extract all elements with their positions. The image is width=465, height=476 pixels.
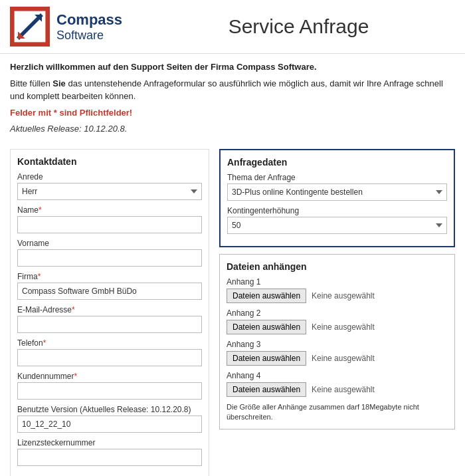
vorname-group: Vorname <box>17 239 202 267</box>
dateien-box: Dateien anhängen Anhang 1 Dateien auswäh… <box>219 254 455 430</box>
anhang-1-input-row: Dateien auswählen Keine ausgewählt <box>227 289 448 303</box>
telefon-group: Telefon* <box>17 338 202 366</box>
welcome-strong: Herzlich willkommen auf den Support Seit… <box>10 62 317 72</box>
firma-group: Firma* <box>17 272 202 300</box>
anhang-2-none: Keine ausgewählt <box>312 322 375 332</box>
kontingent-label: Kontingenterhöhung <box>227 206 447 215</box>
release-text: Aktuelles Release: 10.12.20.8. <box>10 122 455 136</box>
header: Compass Software Service Anfrage <box>0 0 465 54</box>
logo-text: Compass Software <box>56 11 122 43</box>
instruction-text: Bitte füllen Sie das untenstehende Anfra… <box>10 77 455 103</box>
anhang-1-none: Keine ausgewählt <box>312 291 375 300</box>
anhang-3-input-row: Dateien auswählen Keine ausgewählt <box>227 351 448 366</box>
right-column: Anfragedaten Thema der Anfrage 3D-Plus o… <box>219 149 455 477</box>
welcome-text: Herzlich willkommen auf den Support Seit… <box>10 60 455 74</box>
kundennummer-label: Kundennummer* <box>17 372 202 381</box>
name-group: Name* <box>17 205 202 233</box>
email-input[interactable] <box>17 316 202 333</box>
name-label: Name* <box>17 205 202 215</box>
anhang-1-button[interactable]: Dateien auswählen <box>227 289 306 303</box>
anhang-2-row: Anhang 2 Dateien auswählen Keine ausgewä… <box>227 308 448 334</box>
telefon-required: * <box>43 338 46 348</box>
anhang-2-label: Anhang 2 <box>227 308 448 318</box>
lizenz-input[interactable] <box>17 449 202 466</box>
anhang-1-row: Anhang 1 Dateien auswählen Keine ausgewä… <box>227 277 448 303</box>
logo-compass: Compass <box>56 11 122 29</box>
logo-box: Compass Software <box>10 7 122 47</box>
instruction-strong: Sie <box>52 78 66 88</box>
left-column: Kontaktdaten Anrede Herr Frau Firma Name… <box>10 149 209 477</box>
logo-software: Software <box>56 29 122 43</box>
telefon-input[interactable] <box>17 349 202 366</box>
anfragedaten-box: Anfragedaten Thema der Anfrage 3D-Plus o… <box>219 149 455 247</box>
anhang-4-label: Anhang 4 <box>227 371 448 380</box>
anhang-1-label: Anhang 1 <box>227 277 448 287</box>
anhang-3-button[interactable]: Dateien auswählen <box>227 351 306 366</box>
name-input[interactable] <box>17 216 202 233</box>
page-title: Service Anfrage <box>142 15 455 38</box>
dateien-title: Dateien anhängen <box>227 261 448 272</box>
lizenz-group: Lizenzsteckernummer <box>17 438 202 466</box>
logo-icon <box>10 7 50 47</box>
telefon-label: Telefon* <box>17 338 202 348</box>
email-label: E-Mail-Adresse* <box>17 305 202 314</box>
kontaktdaten-title: Kontaktdaten <box>17 156 202 167</box>
intro-section: Herzlich willkommen auf den Support Seit… <box>0 54 465 142</box>
anhang-2-button[interactable]: Dateien auswählen <box>227 320 306 334</box>
anfragedaten-title: Anfragedaten <box>227 157 447 168</box>
form-area: Kontaktdaten Anrede Herr Frau Firma Name… <box>0 142 465 477</box>
anhang-4-row: Anhang 4 Dateien auswählen Keine ausgewä… <box>227 371 448 397</box>
version-group: Benutzte Version (Aktuelles Release: 10.… <box>17 405 202 433</box>
vorname-label: Vorname <box>17 239 202 248</box>
vorname-input[interactable] <box>17 249 202 267</box>
email-group: E-Mail-Adresse* <box>17 305 202 333</box>
thema-select[interactable]: 3D-Plus online Kontingente bestellen <box>227 183 447 201</box>
version-input[interactable] <box>17 416 202 433</box>
kundennummer-required: * <box>74 372 77 381</box>
kontingent-select[interactable]: 50 100 200 <box>227 217 447 234</box>
anrede-select[interactable]: Herr Frau Firma <box>17 183 202 200</box>
anhang-4-input-row: Dateien auswählen Keine ausgewählt <box>227 382 448 397</box>
anhang-3-label: Anhang 3 <box>227 340 448 349</box>
kundennummer-input[interactable] <box>17 382 202 400</box>
thema-label: Thema der Anfrage <box>227 173 447 182</box>
name-required: * <box>39 205 42 215</box>
anrede-label: Anrede <box>17 172 202 181</box>
firma-label: Firma* <box>17 272 202 281</box>
anhang-2-input-row: Dateien auswählen Keine ausgewählt <box>227 320 448 334</box>
firma-required: * <box>38 272 41 281</box>
firma-input[interactable] <box>17 283 202 300</box>
file-note: Die Größe aller Anhänge zusammen darf 18… <box>227 402 448 423</box>
anhang-4-none: Keine ausgewählt <box>312 385 375 394</box>
kundennummer-group: Kundennummer* <box>17 372 202 400</box>
email-required: * <box>72 305 75 314</box>
anhang-3-row: Anhang 3 Dateien auswählen Keine ausgewä… <box>227 340 448 366</box>
version-label: Benutzte Version (Aktuelles Release: 10.… <box>17 405 202 414</box>
anhang-3-none: Keine ausgewählt <box>312 354 375 363</box>
thema-group: Thema der Anfrage 3D-Plus online Konting… <box>227 173 447 201</box>
anrede-group: Anrede Herr Frau Firma <box>17 172 202 200</box>
kontaktdaten-section: Kontaktdaten Anrede Herr Frau Firma Name… <box>10 149 209 477</box>
anhang-4-button[interactable]: Dateien auswählen <box>227 382 306 397</box>
kontingent-group: Kontingenterhöhung 50 100 200 <box>227 206 447 234</box>
lizenz-label: Lizenzsteckernummer <box>17 438 202 447</box>
required-note: Felder mit * sind Pflichtfelder! <box>10 106 455 120</box>
